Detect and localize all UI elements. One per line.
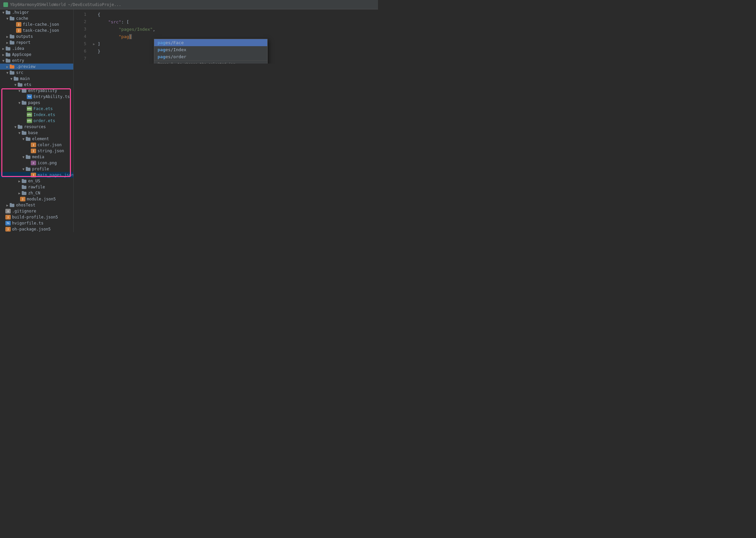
sidebar-item-string-json[interactable]: j string.json — [0, 148, 73, 154]
ets-file-icon: ets — [27, 106, 32, 111]
sidebar-item-module-json5[interactable]: j module.json5 — [0, 196, 73, 202]
line-code: "pag| — [98, 34, 132, 39]
sidebar-item-idea[interactable]: ▶ .idea — [0, 46, 73, 52]
ac-match-text: pag — [158, 47, 165, 52]
folder-icon — [9, 71, 15, 75]
sidebar-item-ets[interactable]: ▼ ets — [0, 82, 73, 88]
sidebar-item-main-pages-json[interactable]: j main_pages.json — [0, 172, 73, 178]
sidebar-item-label: media — [32, 155, 73, 159]
autocomplete-hint: Press ^. to choose the selected (or firs… — [154, 60, 267, 64]
autocomplete-item-order[interactable]: pages/order — [154, 53, 267, 60]
sidebar-item-order-ets[interactable]: ets order.ets — [0, 118, 73, 124]
sidebar-item-outputs[interactable]: ▶ outputs — [0, 33, 73, 39]
line-number: 3 — [76, 27, 86, 31]
ets-file-icon: ets — [27, 112, 32, 117]
sidebar-item-face-ets[interactable]: ets Face.ets — [0, 106, 73, 112]
sidebar-item-rawfile[interactable]: rawfile — [0, 184, 73, 190]
sidebar-item-profile[interactable]: ▼ profile — [0, 166, 73, 172]
line-number: 7 — [76, 56, 86, 61]
sidebar-item-zh-cn[interactable]: ▶ zh_CN — [0, 190, 73, 196]
ac-rest-text: es/Index — [165, 47, 186, 52]
folder-icon — [9, 34, 15, 38]
chevron-icon: ▼ — [13, 125, 17, 129]
ac-rest-text: es/order — [165, 54, 186, 59]
sidebar-item-entryability[interactable]: ▼ entryability — [0, 88, 73, 94]
sidebar-item-oh-package[interactable]: j oh-package.json5 — [0, 226, 73, 232]
chevron-icon: ▼ — [17, 89, 21, 93]
sidebar-item-index-ets[interactable]: ets Index.ets — [0, 112, 73, 118]
sidebar-item-label: module.json5 — [27, 197, 73, 201]
sidebar-item-pages[interactable]: ▼ pages — [0, 100, 73, 106]
sidebar-item-label: outputs — [16, 34, 73, 39]
sidebar-item-label: color.json — [37, 143, 73, 147]
sidebar-item-icon-png[interactable]: p icon.png — [0, 160, 73, 166]
sidebar-item-hvigorfile-ts[interactable]: ts hvigorfile.ts — [0, 220, 73, 226]
git-file-icon: g — [5, 209, 11, 213]
png-file-icon: p — [31, 161, 36, 165]
sidebar-item-label: .idea — [12, 46, 73, 51]
autocomplete-item-index[interactable]: pages/Index — [154, 46, 267, 53]
folder-icon — [21, 179, 27, 183]
sidebar-item-label: src — [16, 70, 73, 75]
sidebar-item-entryability-ts[interactable]: ts EntryAbility.ts — [0, 94, 73, 100]
sidebar-item-media[interactable]: ▼ media — [0, 154, 73, 160]
sidebar-item-label: string.json — [37, 149, 73, 153]
json-file-icon: j — [5, 215, 11, 219]
sidebar-item-en-us[interactable]: ▶ en_US — [0, 178, 73, 184]
sidebar-item-resources[interactable]: ▼ resources — [0, 124, 73, 130]
sidebar-item-color-json[interactable]: j color.json — [0, 142, 73, 148]
sidebar-item-entry[interactable]: ▼ entry — [0, 58, 73, 64]
chevron-icon: ▶ — [1, 53, 5, 57]
sidebar-item-report[interactable]: ▶ report — [0, 39, 73, 46]
sidebar-item-hvigor[interactable]: ▼ .hvigor — [0, 9, 73, 15]
folder-icon — [21, 131, 27, 135]
editor-line-3: 3 "pages/Index", — [74, 25, 378, 33]
chevron-icon: ▼ — [21, 137, 25, 141]
title-bar: Yby6HarmonyOSHelloWorld ~/DevEcoStudioPr… — [0, 0, 378, 9]
editor-line-2: 2 "src": [ — [74, 18, 378, 25]
line-number: 1 — [76, 12, 86, 17]
sidebar-item-file-cache[interactable]: j file-cache.json — [0, 21, 73, 27]
sidebar-item-main[interactable]: ▼ main — [0, 76, 73, 82]
chevron-icon: ▶ — [5, 203, 9, 207]
sidebar-item-preview[interactable]: ▶ .preview — [0, 64, 73, 70]
folder-icon — [13, 77, 19, 81]
sidebar-item-appscope[interactable]: ▶ AppScope — [0, 52, 73, 58]
folder-icon — [21, 185, 27, 189]
sidebar-item-label: base — [28, 130, 73, 135]
folder-icon — [5, 10, 11, 14]
sidebar-item-label: ets — [24, 82, 73, 87]
json-file-icon: j — [31, 149, 36, 153]
app-icon — [3, 2, 8, 7]
sidebar-item-cache[interactable]: ▼ cache — [0, 15, 73, 21]
sidebar-item-label: AppScope — [12, 52, 73, 57]
line-fold: ▶ — [92, 42, 96, 46]
chevron-icon: ▼ — [9, 77, 13, 81]
sidebar-item-build-profile[interactable]: j build-profile.json5 — [0, 214, 73, 220]
sidebar-item-base[interactable]: ▼ base — [0, 130, 73, 136]
sidebar-item-label: icon.png — [37, 161, 73, 165]
sidebar-item-src[interactable]: ▼ src — [0, 70, 73, 76]
chevron-icon: ▼ — [1, 11, 5, 14]
autocomplete-item-face[interactable]: pages/Face — [154, 39, 267, 46]
sidebar-item-label: EntryAbility.ts — [33, 94, 73, 99]
chevron-icon: ▶ — [17, 191, 21, 195]
sidebar-item-label: en_US — [28, 179, 73, 183]
sidebar-item-label: order.ets — [33, 118, 73, 123]
sidebar-item-label: profile — [32, 167, 73, 171]
sidebar-item-element[interactable]: ▼ element — [0, 136, 73, 142]
ts-file-icon: ts — [27, 94, 32, 99]
sidebar-item-label: zh_CN — [28, 191, 73, 195]
folder-icon — [5, 53, 11, 57]
chevron-icon: ▶ — [1, 47, 5, 51]
sidebar-item-task-cache[interactable]: j task-cache.json — [0, 27, 73, 33]
sidebar-item-label: cache — [16, 16, 73, 21]
sidebar-item-label: report — [16, 40, 73, 45]
folder-icon — [9, 40, 15, 44]
sidebar-item-gitignore[interactable]: g .gitignore — [0, 208, 73, 214]
chevron-icon: ▼ — [21, 155, 25, 159]
chevron-icon: ▼ — [17, 131, 21, 135]
sidebar-item-ohostest[interactable]: ▶ ohosTest — [0, 202, 73, 208]
json-file-icon: j — [31, 143, 36, 147]
ts-file-icon: ts — [5, 221, 11, 226]
